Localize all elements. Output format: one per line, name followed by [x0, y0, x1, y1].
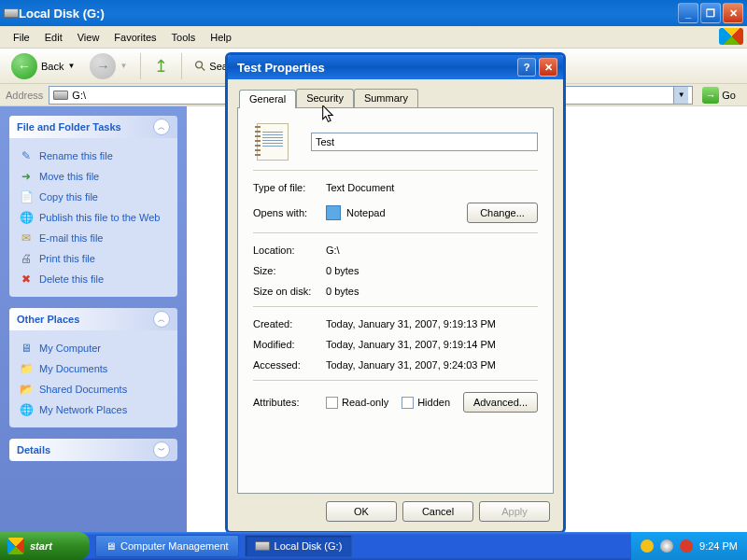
menu-file[interactable]: File [6, 29, 37, 46]
close-button[interactable]: ✕ [723, 3, 743, 23]
task-documents[interactable]: 📁My Documents [19, 358, 168, 379]
task-copy[interactable]: 📄Copy this file [19, 187, 168, 207]
file-tasks-panel: File and Folder Tasks ︿ ✎Rename this fil… [9, 116, 177, 297]
accessed-label: Accessed: [253, 359, 326, 371]
file-tasks-header[interactable]: File and Folder Tasks ︿ [9, 116, 177, 138]
change-button[interactable]: Change... [467, 203, 538, 223]
other-places-header[interactable]: Other Places ︿ [9, 308, 177, 330]
properties-dialog: Test Properties ? ✕ General Security Sum… [225, 52, 566, 534]
help-button[interactable]: ? [517, 58, 536, 77]
computer-management-icon: 🖥 [106, 540, 116, 552]
task-computer[interactable]: 🖥My Computer [19, 338, 168, 358]
maximize-button[interactable]: ❐ [700, 3, 721, 23]
task-label: Shared Documents [39, 384, 127, 395]
tray-alert-icon[interactable] [680, 539, 693, 553]
forward-button[interactable]: → ▼ [84, 51, 133, 81]
size-on-disk-value: 0 bytes [326, 286, 538, 297]
system-tray[interactable]: 9:24 PM [630, 532, 747, 560]
apply-button[interactable]: Apply [479, 501, 550, 522]
menu-edit[interactable]: Edit [37, 29, 70, 46]
tab-summary[interactable]: Summary [354, 89, 418, 107]
task-email[interactable]: ✉E-mail this file [19, 228, 168, 248]
menu-bar: File Edit View Favorites Tools Help [0, 26, 747, 49]
dialog-title: Test Properties [233, 61, 517, 75]
up-button[interactable]: ↥ [148, 54, 174, 78]
windows-logo-icon [7, 538, 24, 554]
size-label: Size: [253, 265, 326, 276]
menu-tools[interactable]: Tools [164, 29, 204, 46]
ok-button[interactable]: OK [326, 501, 397, 522]
type-value: Text Document [326, 182, 538, 193]
windows-flag-icon [719, 28, 743, 45]
sidebar: File and Folder Tasks ︿ ✎Rename this fil… [0, 106, 187, 532]
task-network[interactable]: 🌐My Network Places [19, 399, 168, 420]
delete-icon: ✖ [19, 272, 34, 287]
minimize-button[interactable]: _ [678, 3, 698, 23]
start-button[interactable]: start [0, 532, 90, 560]
tab-general[interactable]: General [239, 90, 296, 108]
readonly-checkbox[interactable] [326, 397, 338, 409]
cursor-icon [322, 105, 335, 124]
publish-icon: 🌐 [19, 210, 34, 225]
collapse-icon[interactable]: ︿ [153, 311, 170, 328]
taskbar: start 🖥 Computer Management Local Disk (… [0, 532, 747, 560]
drive-icon [4, 8, 19, 18]
details-header[interactable]: Details ﹀ [9, 439, 177, 461]
menu-help[interactable]: Help [203, 29, 239, 46]
task-label: Delete this file [39, 273, 104, 285]
taskbar-item-local-disk[interactable]: Local Disk (G:) [245, 535, 353, 557]
chevron-down-icon: ▼ [67, 62, 75, 70]
task-move[interactable]: ➜Move this file [19, 166, 168, 187]
location-label: Location: [253, 245, 326, 256]
created-value: Today, January 31, 2007, 9:19:13 PM [326, 318, 538, 329]
email-icon: ✉ [19, 231, 34, 245]
dialog-buttons: OK Cancel Apply [237, 494, 554, 522]
collapse-icon[interactable]: ︿ [153, 119, 170, 135]
task-shared[interactable]: 📂Shared Documents [19, 379, 168, 399]
clock[interactable]: 9:24 PM [699, 540, 738, 552]
drive-icon [53, 91, 68, 100]
cancel-button[interactable]: Cancel [402, 501, 473, 522]
tab-content: Type of file:Text Document Opens with: N… [237, 107, 554, 494]
tab-strip: General Security Summary [239, 89, 554, 107]
task-print[interactable]: 🖨Print this file [19, 248, 168, 269]
task-delete[interactable]: ✖Delete this file [19, 269, 168, 289]
filename-input[interactable] [311, 133, 538, 151]
task-publish[interactable]: 🌐Publish this file to the Web [19, 207, 168, 228]
search-icon: ⚲ [191, 56, 211, 76]
drive-icon [255, 541, 270, 551]
go-button[interactable]: → Go [697, 85, 741, 105]
task-label: Publish this file to the Web [39, 212, 160, 223]
tray-shield-icon[interactable] [641, 539, 654, 553]
task-label: Copy this file [39, 191, 98, 203]
hidden-checkbox[interactable] [402, 397, 414, 409]
task-label: My Documents [39, 363, 107, 374]
window-title: Local Disk (G:) [19, 7, 676, 21]
print-icon: 🖨 [19, 251, 34, 266]
go-arrow-icon: → [702, 87, 719, 104]
readonly-label: Read-only [342, 397, 388, 408]
task-rename[interactable]: ✎Rename this file [19, 146, 168, 166]
menu-view[interactable]: View [70, 29, 107, 46]
task-label: Print this file [39, 253, 95, 264]
other-places-panel: Other Places ︿ 🖥My Computer📁My Documents… [9, 308, 177, 427]
dialog-close-button[interactable]: ✕ [539, 58, 557, 77]
modified-value: Today, January 31, 2007, 9:19:14 PM [326, 339, 538, 350]
tray-volume-icon[interactable] [660, 539, 673, 553]
move-icon: ➜ [19, 169, 34, 184]
created-label: Created: [253, 318, 326, 329]
back-button[interactable]: ← Back ▼ [6, 51, 80, 81]
network-icon: 🌐 [19, 402, 34, 417]
dialog-title-bar[interactable]: Test Properties ? ✕ [228, 55, 563, 79]
taskbar-item-computer-management[interactable]: 🖥 Computer Management [95, 535, 239, 557]
address-dropdown[interactable]: ▼ [673, 87, 688, 104]
attributes-label: Attributes: [253, 397, 326, 408]
forward-arrow-icon: → [90, 53, 116, 79]
type-label: Type of file: [253, 182, 326, 193]
expand-icon[interactable]: ﹀ [153, 441, 170, 458]
advanced-button[interactable]: Advanced... [463, 392, 538, 413]
task-label: Rename this file [39, 150, 113, 161]
menu-favorites[interactable]: Favorites [106, 29, 163, 46]
tab-security[interactable]: Security [296, 89, 354, 107]
hidden-label: Hidden [417, 397, 450, 408]
